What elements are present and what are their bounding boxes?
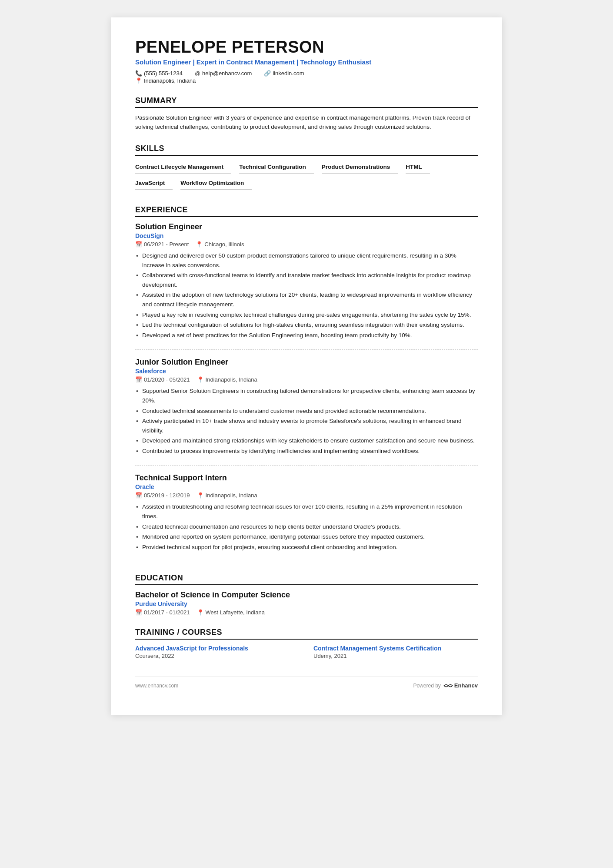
bullet-item: Assisted in the adoption of new technolo… xyxy=(135,290,478,309)
powered-by-text: Powered by xyxy=(413,683,440,689)
page-footer: www.enhancv.com Powered by Enhancv xyxy=(135,677,478,689)
job-title-1: Solution Engineer xyxy=(135,222,478,231)
job-period-3: 📅 05/2019 - 12/2019 xyxy=(135,492,190,499)
bullet-item: Led the technical configuration of solut… xyxy=(135,320,478,330)
footer-url: www.enhancv.com xyxy=(135,683,178,689)
calendar-icon-3: 📅 xyxy=(135,492,142,499)
calendar-icon-2: 📅 xyxy=(135,376,142,383)
job-block-docusign: Solution Engineer DocuSign 📅 06/2021 - P… xyxy=(135,222,478,350)
job-title-3: Technical Support Intern xyxy=(135,473,478,483)
job-meta-1: 📅 06/2021 - Present 📍 Chicago, Illinois xyxy=(135,241,478,248)
training-item-2: Contract Management Systems Certificatio… xyxy=(313,645,478,659)
job-period-1: 📅 06/2021 - Present xyxy=(135,241,189,248)
bullet-item: Played a key role in resolving complex t… xyxy=(135,310,478,320)
calendar-icon-1: 📅 xyxy=(135,241,142,248)
bullet-item: Supported Senior Solution Engineers in c… xyxy=(135,386,478,405)
bullet-item: Developed a set of best practices for th… xyxy=(135,331,478,340)
candidate-name: PENELOPE PETERSON xyxy=(135,38,478,57)
job-bullets-1: Designed and delivered over 50 custom pr… xyxy=(135,251,478,340)
training-title-2: Contract Management Systems Certificatio… xyxy=(313,645,478,652)
enhancv-logo-icon xyxy=(443,683,453,689)
job-bullets-3: Assisted in troubleshooting and resolvin… xyxy=(135,502,478,552)
edu-location: 📍 West Lafayette, Indiana xyxy=(197,609,265,616)
job-title-2: Junior Solution Engineer xyxy=(135,358,478,367)
experience-section: EXPERIENCE Solution Engineer DocuSign 📅 … xyxy=(135,205,478,561)
location-icon-1: 📍 xyxy=(196,241,203,248)
enhancv-brand-text: Enhancv xyxy=(454,682,478,689)
skills-grid: Contract Lifecycle Management Technical … xyxy=(135,161,478,193)
location-icon-edu: 📍 xyxy=(197,609,204,616)
skill-item: Contract Lifecycle Management xyxy=(135,161,231,174)
company-name-3: Oracle xyxy=(135,483,478,490)
bullet-item: Developed and maintained strong relation… xyxy=(135,436,478,446)
bullet-item: Provided technical support for pilot pro… xyxy=(135,543,478,552)
skill-item: JavaScript xyxy=(135,177,173,190)
phone-icon: 📞 xyxy=(135,70,142,77)
bullet-item: Collaborated with cross-functional teams… xyxy=(135,271,478,289)
job-meta-3: 📅 05/2019 - 12/2019 📍 Indianapolis, Indi… xyxy=(135,492,478,499)
job-block-salesforce: Junior Solution Engineer Salesforce 📅 01… xyxy=(135,358,478,466)
job-location-2: 📍 Indianapolis, Indiana xyxy=(197,376,257,383)
experience-title: EXPERIENCE xyxy=(135,205,478,217)
job-bullets-2: Supported Senior Solution Engineers in c… xyxy=(135,386,478,456)
edu-period: 📅 01/2017 - 01/2021 xyxy=(135,609,190,616)
skill-item: Product Demonstrations xyxy=(322,161,398,174)
footer-brand: Powered by Enhancv xyxy=(413,682,478,689)
company-name-1: DocuSign xyxy=(135,232,478,239)
edu-school: Purdue University xyxy=(135,600,478,607)
bullet-item: Contributed to process improvements by i… xyxy=(135,446,478,456)
summary-text: Passionate Solution Engineer with 3 year… xyxy=(135,113,478,132)
summary-section: SUMMARY Passionate Solution Engineer wit… xyxy=(135,96,478,132)
summary-title: SUMMARY xyxy=(135,96,478,108)
location-contact: 📍 Indianapolis, Indiana xyxy=(135,77,196,84)
bullet-item: Conducted technical assessments to under… xyxy=(135,406,478,416)
skills-title: SKILLS xyxy=(135,144,478,156)
job-block-oracle: Technical Support Intern Oracle 📅 05/201… xyxy=(135,473,478,561)
training-provider-2: Udemy, 2021 xyxy=(313,653,478,659)
education-title: EDUCATION xyxy=(135,573,478,585)
training-title: TRAINING / COURSES xyxy=(135,628,478,640)
enhancv-logo: Enhancv xyxy=(443,682,478,689)
candidate-title: Solution Engineer | Expert in Contract M… xyxy=(135,58,478,66)
skills-section: SKILLS Contract Lifecycle Management Tec… xyxy=(135,144,478,193)
job-meta-2: 📅 01/2020 - 05/2021 📍 Indianapolis, Indi… xyxy=(135,376,478,383)
company-name-2: Salesforce xyxy=(135,368,478,375)
training-grid: Advanced JavaScript for Professionals Co… xyxy=(135,645,478,659)
job-period-2: 📅 01/2020 - 05/2021 xyxy=(135,376,190,383)
bullet-item: Monitored and reported on system perform… xyxy=(135,532,478,542)
skill-item: Technical Configuration xyxy=(239,161,314,174)
education-section: EDUCATION Bachelor of Science in Compute… xyxy=(135,573,478,616)
job-location-1: 📍 Chicago, Illinois xyxy=(196,241,244,248)
bullet-item: Assisted in troubleshooting and resolvin… xyxy=(135,502,478,521)
training-provider-1: Coursera, 2022 xyxy=(135,653,300,659)
training-item-1: Advanced JavaScript for Professionals Co… xyxy=(135,645,300,659)
job-location-3: 📍 Indianapolis, Indiana xyxy=(197,492,257,499)
email-icon: @ xyxy=(195,70,200,77)
skill-item: HTML xyxy=(406,161,430,174)
header: PENELOPE PETERSON Solution Engineer | Ex… xyxy=(135,38,478,84)
bullet-item: Created technical documentation and reso… xyxy=(135,522,478,532)
calendar-icon-edu: 📅 xyxy=(135,609,142,616)
bullet-item: Designed and delivered over 50 custom pr… xyxy=(135,251,478,270)
link-icon: 🔗 xyxy=(264,70,271,77)
linkedin-contact: 🔗 linkedin.com xyxy=(264,70,304,77)
bullet-item: Actively participated in 10+ trade shows… xyxy=(135,416,478,435)
edu-degree: Bachelor of Science in Computer Science xyxy=(135,590,478,600)
phone-contact: 📞 (555) 555-1234 xyxy=(135,70,183,77)
training-section: TRAINING / COURSES Advanced JavaScript f… xyxy=(135,628,478,659)
resume-page: PENELOPE PETERSON Solution Engineer | Ex… xyxy=(111,17,502,715)
edu-meta: 📅 01/2017 - 01/2021 📍 West Lafayette, In… xyxy=(135,609,478,616)
location-icon: 📍 xyxy=(135,77,142,84)
location-icon-3: 📍 xyxy=(197,492,204,499)
training-title-1: Advanced JavaScript for Professionals xyxy=(135,645,300,652)
contact-row: 📞 (555) 555-1234 @ help@enhancv.com 🔗 li… xyxy=(135,70,478,77)
education-block: Bachelor of Science in Computer Science … xyxy=(135,590,478,616)
location-icon-2: 📍 xyxy=(197,376,204,383)
email-contact: @ help@enhancv.com xyxy=(195,70,252,77)
skill-item: Workflow Optimization xyxy=(180,177,252,190)
location-row: 📍 Indianapolis, Indiana xyxy=(135,77,478,84)
